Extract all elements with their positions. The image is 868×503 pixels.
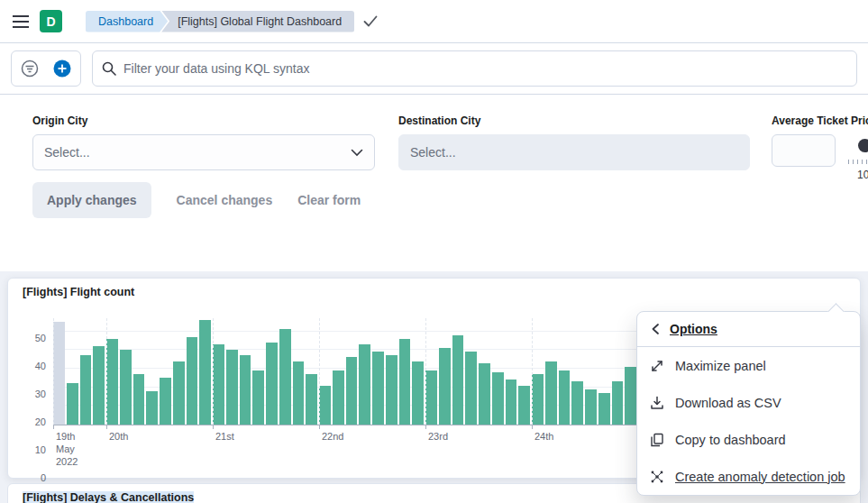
x-tick-mark	[53, 425, 54, 429]
bar[interactable]	[452, 335, 464, 425]
x-tick-mark	[425, 425, 426, 429]
x-tick-label: 21st	[215, 431, 234, 444]
bar[interactable]	[625, 367, 636, 425]
controls-actions: Apply changes Cancel changes Clear form	[32, 182, 361, 218]
bar[interactable]	[266, 343, 278, 425]
x-tick-label: 24th	[535, 431, 553, 444]
bar[interactable]	[120, 350, 132, 425]
bar[interactable]	[585, 389, 597, 425]
bar[interactable]	[133, 374, 145, 425]
bar[interactable]	[532, 374, 544, 425]
bar[interactable]	[333, 370, 344, 425]
y-tick-label: 0	[41, 472, 46, 483]
top-bar: D Dashboard [Flights] Global Flight Dash…	[0, 0, 868, 43]
bar[interactable]	[319, 386, 331, 425]
bar[interactable]	[306, 374, 317, 425]
menu-item-copy-to-dashboard[interactable]: Copy to dashboard	[637, 421, 860, 458]
menu-hamburger-icon[interactable]	[13, 15, 29, 28]
flight-count-panel-title[interactable]: [Flights] Flight count	[8, 279, 860, 298]
bar[interactable]	[146, 391, 158, 425]
kibana-app: D Dashboard [Flights] Global Flight Dash…	[0, 0, 868, 503]
avg-ticket-price-label: Average Ticket Price	[772, 114, 868, 127]
bar[interactable]	[187, 337, 198, 425]
origin-city-select[interactable]: Select...	[32, 134, 375, 170]
bar[interactable]	[93, 346, 105, 425]
bar[interactable]	[67, 383, 78, 425]
price-min-input[interactable]	[772, 134, 836, 167]
destination-city-control: Destination City Select...	[398, 114, 750, 170]
bar[interactable]	[479, 363, 490, 425]
x-tick-label: 19th May 2022	[56, 431, 78, 468]
machine-learning-icon	[650, 470, 664, 484]
bar[interactable]	[399, 339, 411, 425]
clear-form-button[interactable]: Clear form	[297, 193, 361, 207]
x-tick-mark	[106, 425, 107, 429]
bar[interactable]	[439, 348, 451, 425]
breadcrumb-dashboard[interactable]: Dashboard	[86, 11, 168, 32]
menu-item-download-csv[interactable]: Download as CSV	[637, 384, 860, 421]
bar[interactable]	[506, 380, 517, 425]
bar[interactable]	[240, 355, 251, 425]
bar[interactable]	[518, 386, 530, 425]
bar[interactable]	[612, 381, 624, 425]
cancel-changes-button[interactable]: Cancel changes	[177, 193, 273, 207]
bar[interactable]	[346, 357, 358, 425]
chevron-left-icon	[650, 323, 661, 335]
bar[interactable]	[425, 370, 437, 425]
x-tick-mark	[532, 425, 533, 429]
x-tick-label: 20th	[109, 431, 128, 444]
options-menu-title: Options	[670, 322, 717, 336]
bar[interactable]	[492, 372, 504, 425]
bar[interactable]	[372, 352, 384, 425]
bar[interactable]	[279, 329, 291, 425]
menu-item-label: Copy to dashboard	[675, 433, 786, 447]
check-icon	[363, 15, 378, 27]
y-tick-label: 30	[35, 389, 46, 399]
add-filter-plus-icon[interactable]	[48, 54, 77, 83]
slider-thumb[interactable]	[858, 139, 868, 152]
bar[interactable]	[80, 355, 92, 425]
origin-city-control: Origin City Select...	[32, 114, 375, 170]
bar[interactable]	[412, 361, 424, 425]
day-gridline	[106, 318, 107, 425]
bar[interactable]	[173, 361, 185, 425]
x-tick-label: 22nd	[322, 431, 343, 444]
bar[interactable]	[106, 339, 118, 425]
slider-ticks	[848, 160, 868, 164]
destination-city-placeholder: Select...	[410, 145, 456, 160]
menu-item-maximize-panel[interactable]: Maximize panel	[637, 347, 860, 384]
bar[interactable]	[226, 350, 238, 425]
bar[interactable]	[252, 370, 264, 425]
bar[interactable]	[160, 378, 171, 425]
bar[interactable]	[199, 320, 211, 425]
bar[interactable]	[598, 393, 610, 425]
day-gridline	[53, 318, 54, 425]
deployment-avatar[interactable]: D	[40, 10, 62, 32]
bar[interactable]	[571, 381, 583, 425]
bar[interactable]	[293, 361, 305, 425]
search-icon	[102, 61, 116, 76]
bar[interactable]	[559, 370, 571, 425]
chart-y-axis: 01020304050	[23, 318, 53, 478]
day-gridline	[425, 318, 426, 425]
kql-search-box	[92, 50, 857, 87]
bar[interactable]	[359, 344, 370, 425]
menu-item-create-anomaly-job[interactable]: Create anomaly detection job	[637, 458, 860, 495]
bar[interactable]	[465, 352, 477, 425]
filters-circle-icon[interactable]	[15, 54, 44, 83]
day-gridline	[319, 318, 320, 425]
bar[interactable]	[386, 355, 397, 425]
options-menu-header[interactable]: Options	[637, 312, 860, 347]
kql-search-input[interactable]	[123, 61, 847, 76]
deployment-letter: D	[46, 14, 55, 29]
dashboard-controls: Origin City Select... Destination City S…	[0, 95, 868, 271]
apply-changes-button[interactable]: Apply changes	[32, 182, 151, 218]
breadcrumb-current: [Flights] Global Flight Dashboard	[161, 11, 354, 32]
menu-item-label: Create anomaly detection job	[675, 470, 845, 484]
bar[interactable]	[53, 322, 65, 425]
x-tick-mark	[213, 425, 214, 429]
bar[interactable]	[545, 361, 557, 425]
bar[interactable]	[213, 344, 224, 425]
destination-city-select[interactable]: Select...	[398, 134, 750, 170]
filter-button-group	[11, 50, 81, 87]
